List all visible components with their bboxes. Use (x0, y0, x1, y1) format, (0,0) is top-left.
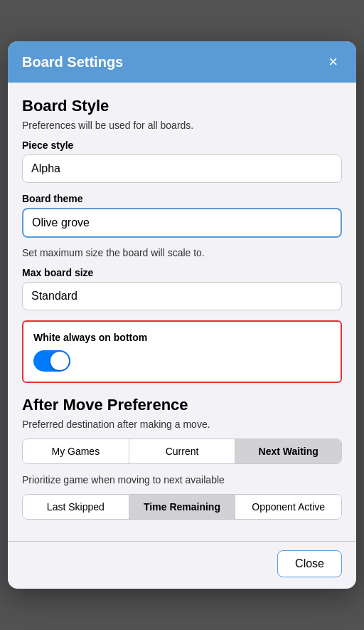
board-theme-input[interactable] (22, 208, 342, 238)
destination-segmented: My Games Current Next Waiting (22, 439, 342, 464)
seg-time-remaining[interactable]: Time Remaining (129, 495, 236, 519)
modal-title: Board Settings (22, 54, 123, 70)
close-icon-button[interactable]: × (324, 53, 342, 71)
white-bottom-box: White always on bottom (22, 320, 342, 383)
modal-header: Board Settings × (8, 41, 356, 83)
after-move-description: Preferred destination after making a mov… (22, 419, 342, 430)
prioritize-description: Prioritize game when moving to next avai… (22, 474, 342, 485)
close-button[interactable]: Close (277, 550, 342, 577)
priority-segmented: Last Skipped Time Remaining Opponent Act… (22, 494, 342, 520)
board-style-section: Board Style Preferences will be used for… (22, 97, 342, 383)
toggle-knob (50, 352, 69, 370)
toggle-wrapper (33, 350, 331, 372)
modal-body: Board Style Preferences will be used for… (8, 83, 356, 541)
overlay: Board Settings × Board Style Preferences… (0, 0, 364, 630)
modal: Board Settings × Board Style Preferences… (8, 41, 356, 589)
seg-my-games[interactable]: My Games (23, 439, 129, 463)
after-move-section: After Move Preference Preferred destinat… (22, 396, 342, 520)
max-board-desc: Set maximum size the board will scale to… (22, 247, 342, 258)
seg-opponent-active[interactable]: Opponent Active (235, 495, 341, 519)
white-bottom-label: White always on bottom (33, 332, 331, 343)
board-style-title: Board Style (22, 97, 342, 115)
modal-footer: Close (8, 541, 356, 589)
seg-current[interactable]: Current (129, 439, 236, 463)
white-bottom-toggle[interactable] (33, 350, 70, 372)
max-board-label: Max board size (22, 267, 342, 278)
max-board-size-input[interactable] (22, 282, 342, 310)
seg-next-waiting[interactable]: Next Waiting (235, 439, 341, 463)
seg-last-skipped[interactable]: Last Skipped (23, 495, 129, 519)
board-theme-label: Board theme (22, 193, 342, 204)
after-move-title: After Move Preference (22, 396, 342, 414)
piece-style-input[interactable] (22, 154, 342, 183)
piece-style-label: Piece style (22, 140, 342, 151)
board-style-description: Preferences will be used for all boards. (22, 120, 342, 131)
